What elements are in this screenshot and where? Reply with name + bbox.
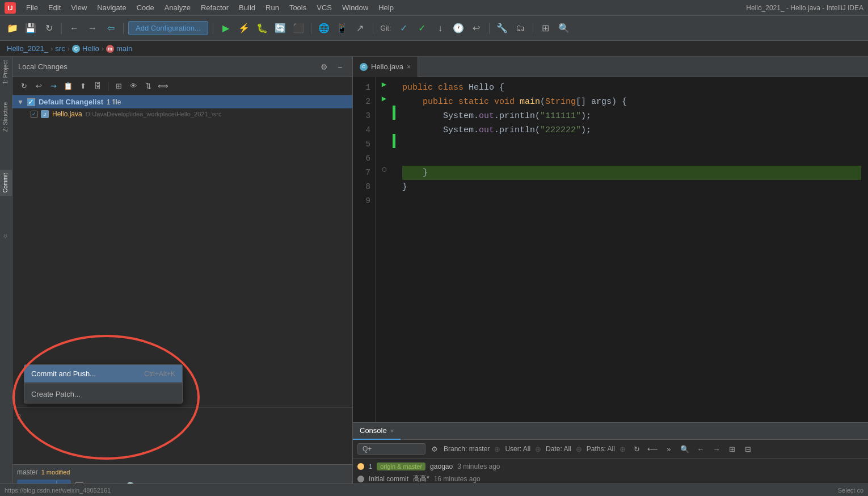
- upload-btn[interactable]: ⬆: [76, 79, 90, 93]
- log-btn3[interactable]: »: [662, 442, 676, 456]
- menu-run[interactable]: Run: [261, 2, 284, 13]
- filter-btn[interactable]: ⟺: [156, 79, 170, 93]
- back-btn[interactable]: ←: [66, 20, 82, 36]
- log-btn5[interactable]: ←: [694, 442, 707, 456]
- git-commit-btn[interactable]: ✓: [396, 20, 412, 36]
- menu-refactor[interactable]: Refactor: [196, 2, 233, 13]
- run-arrow-2[interactable]: ▶: [382, 94, 386, 103]
- menu-navigate[interactable]: Navigate: [92, 2, 130, 13]
- open-folder-btn[interactable]: 📁: [5, 20, 20, 36]
- shelve-btn[interactable]: 🗄: [91, 79, 104, 93]
- gutter: ▶ ▶ ⬡: [376, 77, 393, 422]
- project-structure-btn[interactable]: 🗂: [512, 20, 528, 36]
- run-arrow-1[interactable]: ▶: [382, 79, 386, 89]
- create-patch-item[interactable]: Create Patch...: [24, 385, 182, 403]
- menu-help[interactable]: Help: [374, 2, 398, 13]
- synchronize-btn[interactable]: ↻: [41, 20, 57, 36]
- favorites-tab[interactable]: ☆: [0, 230, 12, 243]
- log-btn2[interactable]: ⟵: [646, 442, 660, 456]
- menu-window[interactable]: Window: [338, 2, 373, 13]
- git-push-btn[interactable]: ✓: [414, 20, 430, 36]
- hello-java-tab[interactable]: C Hello.java ×: [353, 57, 418, 77]
- separator-4: [311, 23, 311, 34]
- git-pull-btn[interactable]: ↓: [432, 20, 448, 36]
- sort-btn[interactable]: ⇅: [141, 79, 155, 93]
- log-settings-btn[interactable]: ⚙: [428, 442, 441, 456]
- breadcrumb-main[interactable]: main: [116, 44, 132, 53]
- log-layout-btn2[interactable]: ⊟: [741, 442, 755, 456]
- diff-preview-btn[interactable]: 👁: [127, 79, 140, 93]
- browser-btn[interactable]: 🌐: [316, 20, 332, 36]
- commit-author-1: gaogao: [430, 463, 453, 470]
- branch-filter[interactable]: Branch: master: [444, 445, 490, 453]
- git-history-btn[interactable]: 🕐: [450, 20, 466, 36]
- debug-btn[interactable]: 🐛: [254, 20, 270, 36]
- java-file-icon: J: [41, 110, 49, 118]
- file-tree: ▼ ✓ Default Changelist 1 file ✓ J Hello.…: [12, 95, 352, 407]
- search-log-btn[interactable]: 🔍: [678, 442, 692, 456]
- file-checkbox[interactable]: ✓: [31, 111, 37, 117]
- device-btn[interactable]: 📱: [334, 20, 350, 36]
- search-icon: Q+: [363, 445, 372, 453]
- breadcrumb-project[interactable]: Hello_2021_: [7, 44, 48, 53]
- log-layout-btn[interactable]: ⊞: [726, 442, 739, 456]
- gutter-2[interactable]: ▶: [376, 91, 393, 106]
- refresh-log-btn[interactable]: ↻: [630, 442, 644, 456]
- refresh-changes-btn[interactable]: ↻: [17, 79, 31, 93]
- console-tab[interactable]: Console ×: [353, 423, 401, 440]
- forward-btn[interactable]: →: [85, 20, 100, 36]
- add-configuration-btn[interactable]: Add Configuration...: [128, 21, 208, 35]
- default-changelist[interactable]: ▼ ✓ Default Changelist 1 file: [12, 95, 352, 108]
- app-logo: IJ: [5, 2, 16, 14]
- menu-code[interactable]: Code: [132, 2, 159, 13]
- search-everywhere-btn[interactable]: 🔍: [556, 20, 572, 36]
- revert-btn[interactable]: ⇦: [103, 20, 119, 36]
- settings-gear-btn[interactable]: ⚙: [317, 60, 331, 74]
- menu-items: File Edit View Navigate Code Analyze Ref…: [22, 2, 746, 13]
- stop-btn[interactable]: ⬛: [290, 20, 306, 36]
- changelist-checkbox[interactable]: ✓: [27, 98, 35, 106]
- menu-vcs[interactable]: VCS: [312, 2, 336, 13]
- code-area[interactable]: public class Hello { public static void …: [395, 77, 868, 422]
- coverage-btn[interactable]: 🔄: [272, 20, 288, 36]
- project-tab[interactable]: 1: Project: [0, 57, 12, 87]
- group-by-btn[interactable]: ⊞: [112, 79, 125, 93]
- status-bar: https://blog.csdn.net/weixin_48052161 Se…: [0, 484, 868, 496]
- breadcrumb-hello[interactable]: Hello: [82, 44, 99, 53]
- editor-content: 1 2 3 4 5 6 7 8 9 ▶ ▶: [353, 77, 868, 422]
- log-btn6[interactable]: →: [710, 442, 723, 456]
- paths-filter[interactable]: Paths: All: [587, 445, 615, 453]
- console-tab-close[interactable]: ×: [390, 427, 394, 434]
- menu-tools[interactable]: Tools: [285, 2, 311, 13]
- menu-build[interactable]: Build: [234, 2, 260, 13]
- tab-close-btn[interactable]: ×: [407, 63, 411, 71]
- build-btn[interactable]: ⚡: [236, 20, 252, 36]
- move-btn[interactable]: ⇝: [47, 79, 60, 93]
- layout-btn[interactable]: ⊞: [538, 20, 554, 36]
- run-btn[interactable]: ▶: [218, 20, 234, 36]
- commit-tab[interactable]: Commit: [0, 170, 12, 196]
- new-changelist-btn[interactable]: 📋: [61, 79, 75, 93]
- date-filter[interactable]: Date: All: [546, 445, 571, 453]
- menu-edit[interactable]: Edit: [44, 2, 65, 13]
- breadcrumb-src[interactable]: src: [55, 44, 65, 53]
- git-label: Git:: [378, 20, 394, 36]
- user-filter[interactable]: User: All: [505, 445, 530, 453]
- commit-and-push-item[interactable]: Commit and Push... Ctrl+Alt+K: [24, 365, 182, 382]
- minimize-btn[interactable]: −: [333, 60, 347, 74]
- menu-analyze[interactable]: Analyze: [160, 2, 195, 13]
- list-item[interactable]: 1 origin & master gaogao 3 minutes ago: [357, 461, 863, 472]
- structure-tab[interactable]: Z: Structure: [0, 99, 12, 135]
- gutter-1[interactable]: ▶: [376, 77, 393, 91]
- gutter-7[interactable]: ⬡: [376, 162, 393, 176]
- git-revert-btn[interactable]: ↩: [469, 20, 484, 36]
- settings-btn[interactable]: 🔧: [494, 20, 510, 36]
- rollback-btn[interactable]: ↩: [32, 79, 45, 93]
- menu-view[interactable]: View: [66, 2, 91, 13]
- table-row[interactable]: ✓ J Hello.java D:\JavaDevelop\idea_workp…: [12, 108, 352, 120]
- log-search[interactable]: Q+: [357, 443, 425, 455]
- commit-message-area[interactable]: 2: [12, 407, 352, 464]
- share-btn[interactable]: ↗: [352, 20, 368, 36]
- save-btn[interactable]: 💾: [23, 20, 39, 36]
- menu-file[interactable]: File: [22, 2, 43, 13]
